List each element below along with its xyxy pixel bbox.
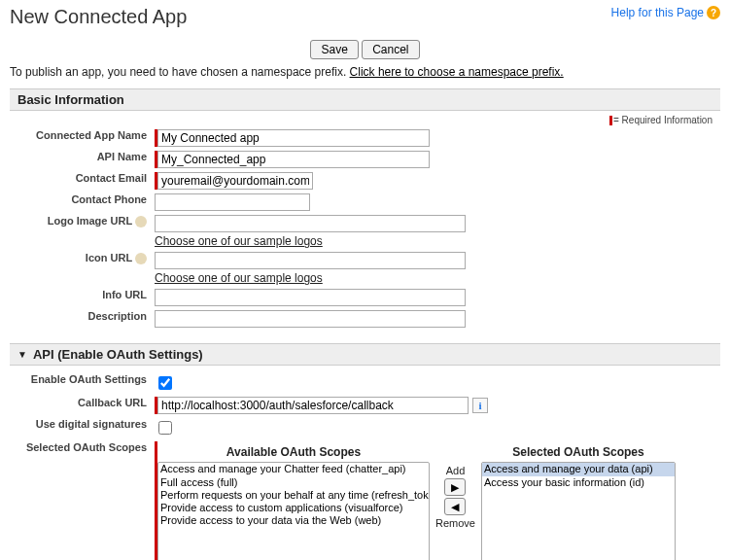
logo-url-input[interactable] xyxy=(155,215,466,232)
required-bar-icon xyxy=(609,116,612,125)
section-api-label: API (Enable OAuth Settings) xyxy=(33,347,203,362)
available-scopes-list[interactable]: Access and manage your Chatter feed (cha… xyxy=(157,462,430,560)
label-description: Description xyxy=(10,308,151,330)
scope-option[interactable]: Access and manage your data (api) xyxy=(482,463,675,475)
api-name-input[interactable] xyxy=(157,151,430,168)
scope-option[interactable]: Perform requests on your behalf at any t… xyxy=(158,489,429,502)
section-api[interactable]: ▼ API (Enable OAuth Settings) xyxy=(10,343,720,366)
scope-option[interactable]: Provide access to custom applications (v… xyxy=(158,502,429,514)
required-legend: = Required Information xyxy=(10,111,720,127)
add-label: Add xyxy=(446,465,466,476)
help-link-label: Help for this Page xyxy=(611,6,704,19)
selected-scopes-title: Selected OAuth Scopes xyxy=(512,445,643,459)
label-info-url: Info URL xyxy=(10,287,151,308)
icon-url-input[interactable] xyxy=(155,252,466,269)
scope-option[interactable]: Access and manage your Chatter feed (cha… xyxy=(158,463,429,475)
add-scope-button[interactable]: ▶ xyxy=(444,478,466,496)
callback-url-input[interactable] xyxy=(157,397,469,414)
chevron-down-icon: ▼ xyxy=(17,349,27,360)
namespace-link[interactable]: Click here to choose a namespace prefix. xyxy=(350,65,564,79)
label-icon-url: Icon URL xyxy=(10,250,151,287)
info-icon[interactable]: i xyxy=(472,398,488,413)
basic-form: Connected App Name API Name Contact Emai… xyxy=(10,127,720,330)
selected-scopes-list[interactable]: Access and manage your data (api)Access … xyxy=(481,462,676,560)
api-form: Enable OAuth Settings Callback URL i Use… xyxy=(10,371,720,560)
save-button[interactable]: Save xyxy=(310,40,358,59)
info-icon xyxy=(135,253,147,264)
available-scopes-title: Available OAuth Scopes xyxy=(226,445,361,459)
action-bar: Save Cancel xyxy=(10,40,720,59)
description-input[interactable] xyxy=(155,310,466,328)
label-logo-url: Logo Image URL xyxy=(10,213,151,250)
label-api-name: API Name xyxy=(10,149,151,170)
help-icon: ? xyxy=(707,6,720,19)
enable-oauth-checkbox[interactable] xyxy=(158,376,172,390)
section-basic-label: Basic Information xyxy=(17,92,124,107)
label-app-name: Connected App Name xyxy=(10,127,151,149)
sample-logos-link-2[interactable]: Choose one of our sample logos xyxy=(155,271,323,285)
remove-scope-button[interactable]: ◀ xyxy=(444,498,466,515)
namespace-msg-text: To publish an app, you need to have chos… xyxy=(10,65,350,79)
sample-logos-link[interactable]: Choose one of our sample logos xyxy=(155,234,323,248)
page-title: New Connected App xyxy=(10,6,187,28)
scope-option[interactable]: Full access (full) xyxy=(158,476,429,489)
info-url-input[interactable] xyxy=(155,289,466,306)
scope-option[interactable]: Provide access to your data via the Web … xyxy=(158,514,429,527)
help-link[interactable]: Help for this Page ? xyxy=(611,6,720,19)
label-digital-sig: Use digital signatures xyxy=(10,416,151,439)
app-name-input[interactable] xyxy=(157,129,430,147)
section-basic-info: Basic Information xyxy=(10,88,720,111)
label-enable-oauth: Enable OAuth Settings xyxy=(10,371,151,395)
label-contact-email: Contact Email xyxy=(10,170,151,192)
remove-label: Remove xyxy=(435,517,475,529)
digital-sig-checkbox[interactable] xyxy=(158,421,172,435)
contact-email-input[interactable] xyxy=(157,172,313,190)
label-contact-phone: Contact Phone xyxy=(10,192,151,213)
label-scopes: Selected OAuth Scopes xyxy=(10,439,151,560)
scope-option[interactable]: Access your basic information (id) xyxy=(482,476,675,489)
label-callback-url: Callback URL xyxy=(10,395,151,416)
contact-phone-input[interactable] xyxy=(155,193,310,211)
namespace-message: To publish an app, you need to have chos… xyxy=(10,65,720,79)
cancel-button[interactable]: Cancel xyxy=(362,40,419,59)
info-icon xyxy=(135,216,147,228)
